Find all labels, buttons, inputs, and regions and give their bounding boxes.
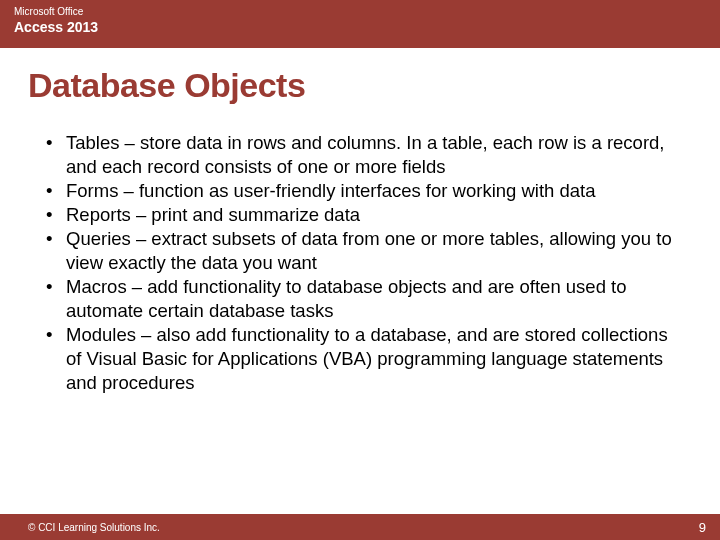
bullet-icon: •: [44, 227, 66, 251]
slide-footer: © CCI Learning Solutions Inc. 9: [0, 514, 720, 540]
header-product: Access 2013: [14, 18, 706, 38]
bullet-text: Macros – add functionality to database o…: [66, 275, 676, 323]
bullet-text: Modules – also add functionality to a da…: [66, 323, 676, 395]
bullet-text: Queries – extract subsets of data from o…: [66, 227, 676, 275]
bullet-icon: •: [44, 179, 66, 203]
bullet-icon: •: [44, 203, 66, 227]
header-brand: Microsoft Office: [14, 6, 706, 18]
slide-title: Database Objects: [0, 48, 720, 109]
list-item: • Macros – add functionality to database…: [44, 275, 676, 323]
slide-content: • Tables – store data in rows and column…: [0, 109, 720, 396]
bullet-text: Forms – function as user-friendly interf…: [66, 179, 676, 203]
bullet-icon: •: [44, 131, 66, 155]
list-item: • Tables – store data in rows and column…: [44, 131, 676, 179]
page-number: 9: [699, 520, 706, 535]
list-item: • Modules – also add functionality to a …: [44, 323, 676, 395]
list-item: • Queries – extract subsets of data from…: [44, 227, 676, 275]
bullet-icon: •: [44, 323, 66, 347]
list-item: • Reports – print and summarize data: [44, 203, 676, 227]
bullet-list: • Tables – store data in rows and column…: [44, 131, 676, 396]
copyright-text: © CCI Learning Solutions Inc.: [28, 522, 160, 533]
bullet-text: Tables – store data in rows and columns.…: [66, 131, 676, 179]
bullet-text: Reports – print and summarize data: [66, 203, 676, 227]
bullet-icon: •: [44, 275, 66, 299]
list-item: • Forms – function as user-friendly inte…: [44, 179, 676, 203]
slide-header: Microsoft Office Access 2013: [0, 0, 720, 48]
